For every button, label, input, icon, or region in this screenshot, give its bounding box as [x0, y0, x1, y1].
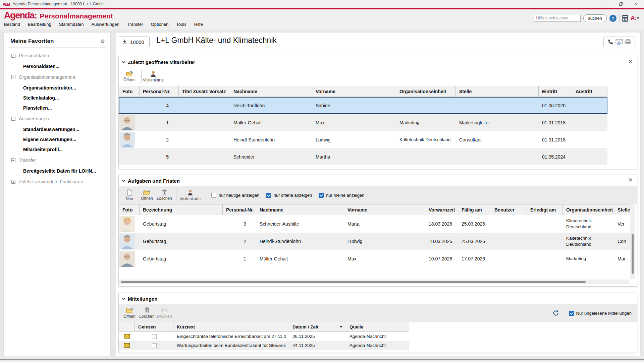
sidebar-item-stellenkatalog[interactable]: Stellenkatalog... — [4, 93, 110, 103]
column-header-organisationseinheit[interactable]: Organisationseinheit — [563, 204, 614, 215]
sidebar-group-personaldaten[interactable]: Personaldaten — [4, 50, 110, 61]
sidebar-item-mitarbeiterprofil[interactable]: Mitarbeiterprofil... — [4, 144, 110, 155]
column-header-kurztext[interactable]: Kurztext — [173, 322, 289, 332]
column-header-datum-zeit[interactable]: Datum / Zeit — [289, 322, 346, 332]
open-button[interactable]: Öffnen — [121, 304, 138, 322]
minimize-button[interactable] — [598, 0, 613, 8]
contact-actions-button[interactable]: @ — [603, 37, 635, 47]
search-button[interactable]: suchen — [583, 14, 607, 22]
table-row[interactable]: Geburtstag 1 Müller-Gehalt Max 10.07.202… — [119, 250, 632, 267]
sidebar-group-organisationsmanagement[interactable]: Organisationsmanagement — [4, 71, 110, 83]
column-header-personalnr[interactable]: Personal-Nr. — [223, 204, 256, 215]
table-row[interactable]: Geburtstag 3 Schneider-Aushilfe Marta 18… — [119, 215, 632, 233]
scrollbar-thumb[interactable] — [632, 234, 634, 274]
calculator-icon[interactable] — [622, 15, 628, 22]
sidebar-item-eigene-auswertungen[interactable]: Eigene Auswertungen... — [4, 134, 110, 144]
scrollbar-thumb[interactable] — [121, 281, 586, 283]
gear-icon[interactable]: ⚙ — [100, 38, 105, 45]
column-header-faellig-am[interactable]: Fällig am — [458, 204, 491, 215]
restore-button[interactable] — [613, 0, 629, 8]
filter-today-checkbox[interactable]: nur heutige anzeigen — [211, 193, 259, 198]
column-header-bezeichnung[interactable]: Bezeichnung — [140, 204, 223, 215]
table-row[interactable]: 1 Müller-Gehalt Max Marketing Marketingl… — [119, 114, 607, 131]
read-checkbox[interactable] — [152, 334, 157, 339]
column-header-quelle[interactable]: Quelle — [346, 322, 409, 332]
column-header-foto[interactable]: Foto — [119, 204, 140, 215]
help-icon[interactable]: ? — [609, 15, 616, 22]
business-card-label: Visitenkarte — [180, 196, 201, 201]
collapse-chevron-icon[interactable] — [122, 60, 125, 63]
filter-open-checkbox[interactable]: nur offene anzeigen — [266, 193, 312, 198]
menu-bearbeitung[interactable]: Bearbeitung — [28, 22, 51, 27]
vertical-scrollbar[interactable] — [630, 204, 635, 279]
sidebar-item-bereitgestellte-daten[interactable]: Bereitgestellte Daten für LOHN... — [4, 166, 110, 176]
refresh-icon[interactable] — [552, 310, 559, 316]
sidebar-group-auswertungen[interactable]: Auswertungen — [4, 113, 110, 124]
column-header-eintritt[interactable]: Eintritt — [539, 86, 572, 97]
menu-stammdaten[interactable]: Stammdaten — [59, 22, 84, 27]
horizontal-scrollbar[interactable] — [119, 280, 629, 284]
column-header-nachname[interactable]: Nachname — [256, 204, 344, 215]
table-row[interactable]: 5 Schneider Martha 01.05.2024 — [119, 148, 607, 165]
sidebar-item-personaldaten[interactable]: Personaldaten... — [4, 61, 110, 71]
collapse-icon[interactable] — [11, 117, 15, 121]
column-header-foto[interactable]: Foto — [119, 86, 140, 97]
sidebar-item-organisationsstruktur[interactable]: Organisationsstruktur... — [4, 83, 110, 93]
collapse-chevron-icon[interactable] — [122, 179, 125, 182]
table-row[interactable]: 4 Reich-Tariflohn Sabine 01.06.2020 — [119, 97, 607, 114]
business-card-button[interactable]: Visitenkarte — [179, 186, 201, 204]
print-label: Drucken — [157, 314, 172, 319]
filter-mine-checkbox[interactable]: nur meine anzeigen — [319, 193, 364, 198]
open-button[interactable]: Öffnen — [121, 68, 138, 85]
read-checkbox[interactable] — [152, 343, 157, 348]
table-row[interactable]: Eingeschränkte telefonische Erreichbarke… — [119, 332, 409, 341]
sort-caret-icon[interactable] — [340, 326, 342, 328]
collapse-chevron-icon[interactable] — [122, 297, 125, 300]
print-button[interactable]: Drucken — [156, 304, 173, 322]
column-header-erledigt-am[interactable]: Erledigt am — [527, 204, 563, 215]
menu-tools[interactable]: Tools — [176, 22, 186, 27]
panel-close-icon[interactable]: ✕ — [628, 177, 633, 183]
business-card-button[interactable]: Visitenkarte — [145, 68, 162, 85]
filter-unread-checkbox[interactable]: Nur ungelesene Mitteilungen — [569, 311, 632, 316]
account-menu[interactable]: A: — [631, 15, 639, 21]
column-header-vorname[interactable]: Vorname — [344, 204, 425, 215]
column-header-stelle[interactable]: Stelle — [456, 86, 539, 97]
menu-auswertungen[interactable]: Auswertungen — [92, 22, 119, 27]
collapse-icon[interactable] — [11, 158, 15, 162]
open-button[interactable]: Öffnen — [138, 186, 156, 204]
column-header-nachname[interactable]: Nachname — [230, 86, 312, 97]
client-selector[interactable]: 10000 — [119, 37, 150, 47]
phone-icon — [607, 39, 614, 45]
help-search-input[interactable] — [534, 15, 581, 22]
column-header-titel[interactable]: Titel Zusatz Vorsatz — [179, 86, 230, 97]
expand-icon[interactable] — [11, 180, 15, 184]
menu-optionen[interactable]: Optionen — [151, 22, 169, 27]
collapse-icon[interactable] — [11, 54, 15, 58]
column-header-vorwarnzeit[interactable]: Vorwarnzeit — [425, 204, 458, 215]
sidebar-group-zuletzt-verwendete[interactable]: Zuletzt verwendete Funktionen — [4, 176, 110, 187]
new-button[interactable]: Neu — [121, 186, 138, 204]
sidebar-group-transfer[interactable]: Transfer — [4, 155, 110, 166]
table-row[interactable]: Geburtstag 2 Heindl-Stundenlohn Ludwig 1… — [119, 233, 632, 250]
column-header-personalnr[interactable]: Personal-Nr. — [140, 86, 179, 97]
sidebar-item-standardauswertungen[interactable]: Standardauswertungen... — [4, 124, 110, 134]
delete-button[interactable]: Löschen — [156, 186, 173, 204]
column-header-organisationseinheit[interactable]: Organisationseinheit — [396, 86, 456, 97]
table-row[interactable]: 2 Heindl-Stundenlohn Ludwig Kältetechnik… — [119, 131, 607, 148]
sidebar-item-planstellen[interactable]: Planstellen... — [4, 103, 110, 113]
close-button[interactable]: × — [629, 0, 644, 8]
menu-bestand[interactable]: Bestand — [4, 22, 20, 27]
collapse-icon[interactable] — [11, 75, 15, 79]
panel-close-icon[interactable]: ✕ — [628, 59, 633, 64]
column-header-benutzer[interactable]: Benutzer — [491, 204, 527, 215]
delete-button[interactable]: Löschen — [138, 304, 156, 322]
column-header-stelle[interactable]: Stelle — [614, 204, 632, 215]
column-header-austritt[interactable]: Austritt — [572, 86, 607, 97]
column-header-icon[interactable] — [119, 322, 135, 332]
menu-transfer[interactable]: Transfer — [127, 22, 143, 27]
column-header-gelesen[interactable]: Gelesen — [135, 322, 173, 332]
menu-hilfe[interactable]: Hilfe — [194, 22, 203, 27]
column-header-vorname[interactable]: Vorname — [312, 86, 396, 97]
table-row[interactable]: Wartungsarbeiten beim Bundeszentralamt f… — [119, 341, 409, 350]
